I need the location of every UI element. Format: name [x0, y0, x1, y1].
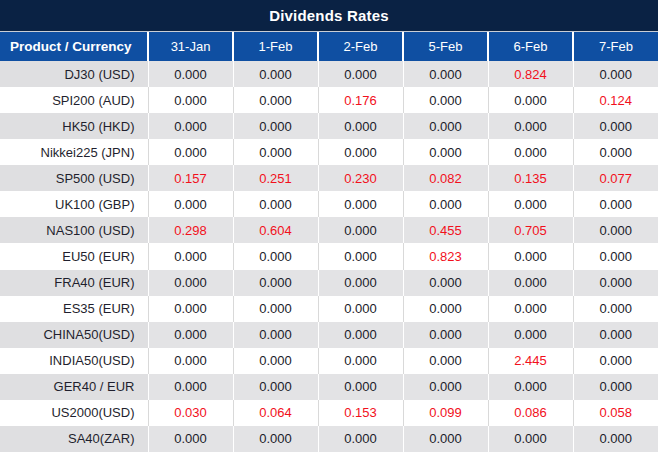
rate-value-cell: 0.000 [148, 374, 233, 400]
rate-value-cell: 0.000 [233, 296, 318, 322]
rate-value-cell: 0.077 [573, 165, 658, 191]
table-row: US2000(USD)0.0300.0640.1530.0990.0860.05… [0, 400, 658, 426]
rate-value-cell: 0.000 [318, 113, 403, 139]
header-row: Product / Currency31-Jan1-Feb2-Feb5-Feb6… [0, 32, 658, 61]
rate-value-cell: 0.000 [573, 348, 658, 374]
date-column-header: 2-Feb [318, 32, 403, 61]
date-column-header: 7-Feb [573, 32, 658, 61]
rate-value-cell: 0.298 [148, 217, 233, 243]
rate-value-cell: 0.000 [403, 191, 488, 217]
rate-value-cell: 0.000 [318, 270, 403, 296]
rate-value-cell: 0.000 [318, 243, 403, 269]
product-cell: SA40(ZAR) [0, 426, 148, 452]
rate-value-cell: 0.000 [488, 374, 573, 400]
rate-value-cell: 0.000 [148, 348, 233, 374]
rate-value-cell: 0.000 [573, 61, 658, 87]
table-row: NAS100 (USD)0.2980.6040.0000.4550.7050.0… [0, 217, 658, 243]
rate-value-cell: 0.000 [403, 426, 488, 452]
rate-value-cell: 0.705 [488, 217, 573, 243]
dividends-table: Product / Currency31-Jan1-Feb2-Feb5-Feb6… [0, 32, 658, 452]
table-row: FRA40 (EUR)0.0000.0000.0000.0000.0000.00… [0, 270, 658, 296]
page-title: Dividends Rates [0, 0, 658, 32]
rate-value-cell: 0.000 [148, 61, 233, 87]
rate-value-cell: 0.000 [488, 296, 573, 322]
rate-value-cell: 0.000 [573, 217, 658, 243]
table-row: DJ30 (USD)0.0000.0000.0000.0000.8240.000 [0, 61, 658, 87]
table-row: CHINA50(USD)0.0000.0000.0000.0000.0000.0… [0, 322, 658, 348]
table-row: EU50 (EUR)0.0000.0000.0000.8230.0000.000 [0, 243, 658, 269]
rate-value-cell: 2.445 [488, 348, 573, 374]
rate-value-cell: 0.086 [488, 400, 573, 426]
rate-value-cell: 0.000 [573, 296, 658, 322]
product-cell: INDIA50(USD) [0, 348, 148, 374]
rate-value-cell: 0.000 [403, 113, 488, 139]
rate-value-cell: 0.000 [488, 426, 573, 452]
product-cell: ES35 (EUR) [0, 296, 148, 322]
rate-value-cell: 0.823 [403, 243, 488, 269]
rate-value-cell: 0.064 [233, 400, 318, 426]
rate-value-cell: 0.000 [233, 426, 318, 452]
date-column-header: 1-Feb [233, 32, 318, 61]
rate-value-cell: 0.230 [318, 165, 403, 191]
rate-value-cell: 0.000 [488, 113, 573, 139]
rate-value-cell: 0.000 [233, 374, 318, 400]
rate-value-cell: 0.058 [573, 400, 658, 426]
table-row: GER40 / EUR0.0000.0000.0000.0000.0000.00… [0, 374, 658, 400]
rate-value-cell: 0.000 [233, 61, 318, 87]
table-row: SPI200 (AUD)0.0000.0000.1760.0000.0000.1… [0, 87, 658, 113]
table-row: UK100 (GBP)0.0000.0000.0000.0000.0000.00… [0, 191, 658, 217]
rate-value-cell: 0.824 [488, 61, 573, 87]
rate-value-cell: 0.153 [318, 400, 403, 426]
rate-value-cell: 0.000 [233, 113, 318, 139]
rate-value-cell: 0.000 [233, 243, 318, 269]
rate-value-cell: 0.000 [318, 217, 403, 243]
product-cell: UK100 (GBP) [0, 191, 148, 217]
table-body: DJ30 (USD)0.0000.0000.0000.0000.8240.000… [0, 61, 658, 452]
rate-value-cell: 0.604 [233, 217, 318, 243]
product-cell: Nikkei225 (JPN) [0, 139, 148, 165]
rate-value-cell: 0.000 [488, 139, 573, 165]
rate-value-cell: 0.000 [488, 322, 573, 348]
product-cell: NAS100 (USD) [0, 217, 148, 243]
product-cell: CHINA50(USD) [0, 322, 148, 348]
product-cell: SP500 (USD) [0, 165, 148, 191]
rate-value-cell: 0.000 [403, 348, 488, 374]
rate-value-cell: 0.000 [573, 243, 658, 269]
rate-value-cell: 0.000 [488, 270, 573, 296]
rate-value-cell: 0.000 [318, 322, 403, 348]
rate-value-cell: 0.000 [148, 270, 233, 296]
rate-value-cell: 0.124 [573, 87, 658, 113]
rate-value-cell: 0.157 [148, 165, 233, 191]
rate-value-cell: 0.000 [573, 322, 658, 348]
rate-value-cell: 0.000 [148, 426, 233, 452]
date-column-header: 5-Feb [403, 32, 488, 61]
product-cell: HK50 (HKD) [0, 113, 148, 139]
rate-value-cell: 0.000 [318, 348, 403, 374]
rate-value-cell: 0.000 [573, 113, 658, 139]
product-cell: US2000(USD) [0, 400, 148, 426]
rate-value-cell: 0.000 [233, 270, 318, 296]
rate-value-cell: 0.000 [403, 322, 488, 348]
table-row: SA40(ZAR)0.0000.0000.0000.0000.0000.000 [0, 426, 658, 452]
rate-value-cell: 0.000 [233, 139, 318, 165]
rate-value-cell: 0.000 [403, 270, 488, 296]
date-column-header: 6-Feb [488, 32, 573, 61]
table-row: Nikkei225 (JPN)0.0000.0000.0000.0000.000… [0, 139, 658, 165]
rate-value-cell: 0.000 [488, 87, 573, 113]
rate-value-cell: 0.000 [148, 322, 233, 348]
table-header: Product / Currency31-Jan1-Feb2-Feb5-Feb6… [0, 32, 658, 61]
product-currency-header: Product / Currency [0, 32, 148, 61]
rate-value-cell: 0.251 [233, 165, 318, 191]
rate-value-cell: 0.000 [148, 139, 233, 165]
rate-value-cell: 0.000 [233, 322, 318, 348]
rate-value-cell: 0.030 [148, 400, 233, 426]
rate-value-cell: 0.000 [318, 139, 403, 165]
rate-value-cell: 0.000 [403, 61, 488, 87]
rate-value-cell: 0.000 [233, 191, 318, 217]
rate-value-cell: 0.000 [148, 113, 233, 139]
rate-value-cell: 0.000 [318, 296, 403, 322]
table-row: ES35 (EUR)0.0000.0000.0000.0000.0000.000 [0, 296, 658, 322]
rate-value-cell: 0.000 [148, 87, 233, 113]
rate-value-cell: 0.135 [488, 165, 573, 191]
rate-value-cell: 0.000 [403, 139, 488, 165]
